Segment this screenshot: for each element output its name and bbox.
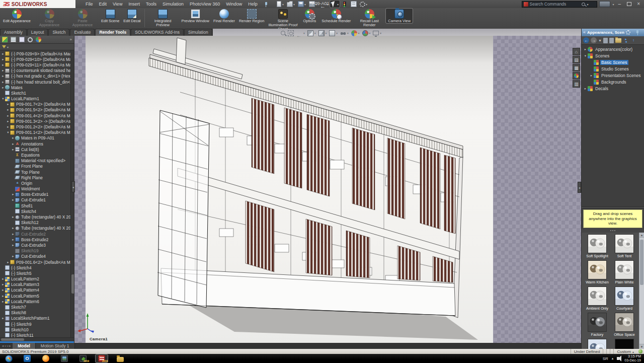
scene-thumbnail-pitch-black[interactable]: Pitch Black [611, 339, 638, 349]
tree-hscroll-thumb[interactable] [1, 338, 24, 341]
graphics-viewport[interactable]: Camera1 ⌂▤▦▥ ◂ [74, 36, 581, 343]
dropdown-icon[interactable]: ▾ [304, 3, 306, 6]
scene-thumbnail-courtyard[interactable]: Courtyard [611, 286, 638, 311]
appearances-tab-icon[interactable] [573, 72, 580, 80]
tree-item[interactable]: ▸P09-001.3<2> -> (Default<As Machin [0, 118, 74, 124]
dropdown-icon[interactable]: ▾ [358, 32, 360, 35]
outlook-taskbar-button[interactable] [21, 354, 33, 362]
schedule-render-button[interactable]: Schedule Render [319, 9, 353, 23]
dropdown-icon[interactable]: ▾ [347, 32, 349, 35]
filter-dropdown-icon[interactable]: ▾ [7, 45, 9, 49]
scene-thumbnail-soft-spotlight[interactable]: Soft Spotlight [584, 234, 611, 258]
expand-icon[interactable]: ▸ [11, 232, 15, 236]
photo-viewer-taskbar-button[interactable] [58, 354, 70, 362]
restore-button[interactable] [625, 1, 633, 7]
tab-render-tools[interactable]: Render Tools [95, 29, 130, 36]
next-tab-icon[interactable]: › [7, 344, 8, 348]
pane-tree-item-backgrounds[interactable]: Backgrounds [582, 79, 644, 85]
tree-item[interactable]: (-) Sketch4 [0, 265, 74, 270]
integrated-preview-button[interactable]: Integrated Preview [146, 9, 180, 27]
tree-item[interactable]: Top Plane [0, 169, 74, 175]
tree-item[interactable]: ▸(-) countersunk slotted raised head scr… [0, 68, 74, 74]
display-manager-tab-icon[interactable] [36, 37, 41, 42]
tree-item[interactable]: ▸LocalSketchPattern1 [0, 316, 74, 321]
start-taskbar-button[interactable] [3, 354, 15, 362]
tree-item[interactable]: ▸P09-001.2<2> (Default<As Machined [0, 124, 74, 129]
pane-tree-item-scenes[interactable]: ▾Scenes [582, 52, 644, 59]
search-input[interactable] [530, 2, 580, 7]
expand-icon[interactable]: ▸ [1, 316, 5, 320]
property-manager-tab-icon[interactable] [11, 37, 16, 42]
expand-icon[interactable]: ▸ [1, 57, 5, 61]
file-explorer-taskbar-button[interactable] [114, 354, 126, 362]
tree-item[interactable]: ▸Cut list(8) [0, 147, 74, 152]
menu-window[interactable]: Window [223, 1, 245, 7]
minimize-button[interactable]: – [616, 1, 623, 7]
scroll-down-icon[interactable]: ▼ [639, 344, 644, 349]
search-dropdown-icon[interactable]: ▾ [587, 3, 589, 6]
prev-tab-icon[interactable]: ‹ [5, 344, 6, 348]
draftsight-taskbar-button[interactable]: 2019 [77, 354, 89, 362]
scene-thumbnail-office-space[interactable]: Office Space [611, 313, 638, 337]
tree-item[interactable]: ▾LocalLPattern1 [0, 96, 74, 102]
tab-motion-study-1[interactable]: Motion Study 1 [36, 343, 75, 349]
edit-scene-button[interactable]: Edit Scene [99, 9, 121, 23]
tab-sketch[interactable]: Sketch [48, 29, 69, 36]
menu-simulation[interactable]: Simulation [159, 1, 187, 7]
expand-icon[interactable]: ▸ [589, 74, 594, 78]
tree-item[interactable]: ▸P09-001.5<2> (Default<As Machined [0, 107, 74, 113]
preview-window-button[interactable]: Preview Window [180, 9, 211, 23]
dropdown-icon[interactable]: ▾ [366, 3, 367, 6]
zoom-area-icon[interactable] [288, 30, 294, 36]
feature-panel-splitter-handle[interactable]: ◂ [71, 181, 75, 192]
scroll-up-icon[interactable]: ▲ [639, 233, 644, 238]
tree-item[interactable]: Sketch7 [0, 304, 74, 310]
expand-icon[interactable]: ▸ [1, 52, 5, 56]
thumbs-splitter-handle[interactable] [582, 229, 644, 233]
scene-thumbnail-warm-kitchen[interactable]: Warm Kitchen [584, 260, 611, 284]
tree-item[interactable]: (-) Sketch5 [0, 270, 74, 276]
tree-item[interactable]: ▸(-) P09-029<11> (Default<As Machined>< [0, 62, 74, 67]
render-region-button[interactable]: Render Region [237, 9, 266, 23]
expand-icon[interactable]: ▸ [1, 74, 5, 78]
menu-file[interactable]: File [83, 1, 96, 7]
tree-item[interactable]: ▸Annotations [0, 141, 74, 147]
tree-item[interactable]: ▾P09-001.1<2> (Default<As Machined [0, 130, 74, 135]
collapse-icon[interactable]: ▾ [1, 97, 5, 101]
apply-scene-icon[interactable] [362, 30, 368, 36]
tree-item[interactable]: ▸Cut-Extrude4 [0, 254, 74, 259]
recall-last-render-button[interactable]: Recall Last Render [353, 9, 386, 27]
expand-icon[interactable]: ▸ [11, 254, 15, 258]
menu-edit[interactable]: Edit [96, 1, 110, 7]
tree-item[interactable]: ▸(-) P09-029<10> (Default<As Machined>< [0, 56, 74, 62]
expand-icon[interactable]: ▸ [11, 243, 15, 247]
expand-icon[interactable]: ▸ [11, 226, 15, 230]
close-button[interactable]: × [635, 1, 642, 7]
expand-icon[interactable]: ▸ [1, 68, 5, 72]
scene-thumbnail-plain-white[interactable]: Plain White [611, 260, 638, 284]
sync-icon[interactable] [623, 37, 629, 43]
tree-item[interactable]: Sketch4 [0, 208, 74, 214]
firefox-taskbar-button[interactable] [40, 354, 52, 362]
dropdown-icon[interactable]: ▾ [303, 32, 305, 35]
scene-illumination-proof-sheet-button[interactable]: Scene Illumination Proof Sheet [266, 9, 299, 29]
expand-icon[interactable]: ▸ [1, 277, 5, 281]
first-tab-icon[interactable]: « [2, 344, 4, 348]
collapse-icon[interactable]: ▾ [6, 130, 10, 134]
feature-manager-tab-icon[interactable] [2, 37, 8, 42]
tree-item[interactable]: ▸Boss-Extrude1 [0, 192, 74, 197]
pin-menu-icon[interactable] [264, 2, 268, 7]
configuration-manager-tab-icon[interactable] [19, 37, 25, 42]
thumbs-scrollbar[interactable]: ▲ ▼ [639, 233, 644, 349]
tab-layout[interactable]: Layout [27, 29, 48, 36]
previous-view-icon[interactable] [296, 30, 302, 36]
pin-pane-icon[interactable] [635, 30, 639, 35]
edit-decal-button[interactable]: Edit Decal [121, 9, 142, 23]
tab-assembly[interactable]: Assembly [0, 29, 27, 36]
tree-item[interactable]: ▸Mates [0, 85, 74, 90]
custom-properties-tab-icon[interactable]: ▥ [573, 80, 580, 88]
back-icon[interactable]: ← [583, 37, 589, 43]
pane-tree-item-decals[interactable]: ▸Decals [582, 85, 644, 92]
expand-icon[interactable]: ▸ [6, 260, 10, 264]
tree-item[interactable]: (-) Sketch11 [0, 332, 74, 337]
